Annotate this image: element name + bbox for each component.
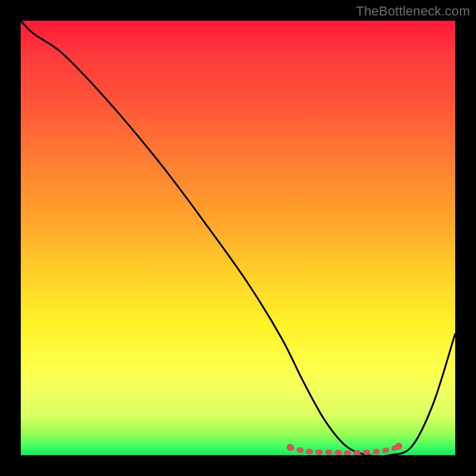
bottleneck-curve-path bbox=[21, 21, 455, 455]
plot-area bbox=[21, 21, 455, 455]
flat-region-marker bbox=[290, 446, 399, 453]
chart-frame: TheBottleneck.com bbox=[0, 0, 476, 476]
watermark-text: TheBottleneck.com bbox=[356, 4, 470, 19]
flat-region-start-dot bbox=[287, 444, 294, 451]
curve-svg bbox=[21, 21, 455, 455]
flat-region-end-dot bbox=[395, 443, 402, 450]
